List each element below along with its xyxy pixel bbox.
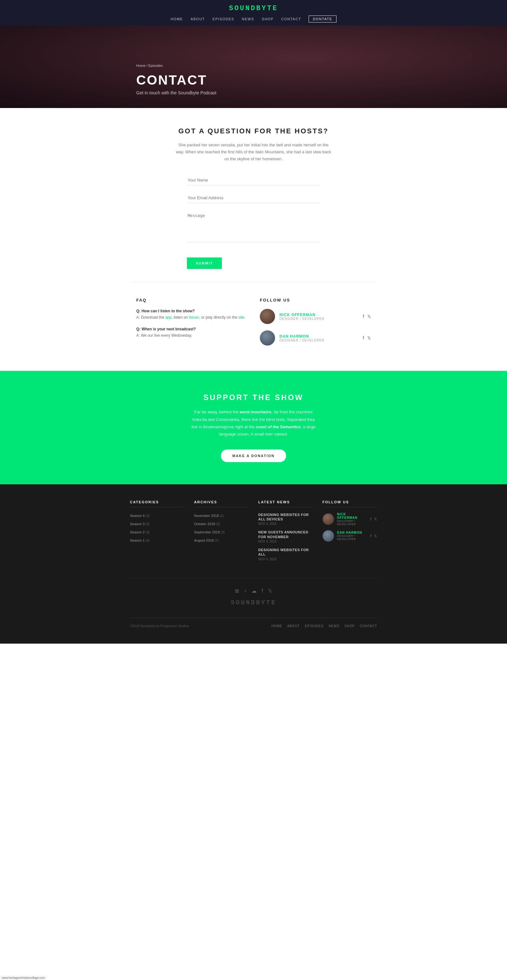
cat-season4[interactable]: Season 4 (3) bbox=[130, 514, 150, 517]
host-info-2: DAN HARMON DESIGNER / DEVELOPER bbox=[279, 334, 359, 342]
footer-grid: CATEGORIES Season 4 (3) Season 3 (5) Sea… bbox=[130, 500, 377, 578]
support-text: Far far away, behind the word mountains,… bbox=[190, 408, 317, 438]
nav-donate[interactable]: DONTATE bbox=[309, 16, 336, 22]
footer-host-socials-2: f 𝕏 bbox=[370, 534, 377, 538]
footer-host-title-2: DESIGNER / DEVELOPER bbox=[337, 535, 367, 541]
news-title-3: DESIGNING WEBSITES FOR ALL bbox=[258, 548, 313, 557]
cat-season1[interactable]: Season 1 (4) bbox=[130, 538, 150, 542]
navbar: SOUNDBYTE HOME ABOUT EPISODES NEWS SHOP … bbox=[0, 0, 507, 25]
faq-question-1: Q: How can I listen to the show? bbox=[136, 309, 247, 313]
news-item-3: DESIGNING WEBSITES FOR ALL NOV 4, 2015 bbox=[258, 548, 313, 561]
host-name-2: DAN HARMON bbox=[279, 334, 359, 339]
host-socials-1: f 𝕏 bbox=[363, 314, 371, 319]
footer-logo-section: ⊞ ♪ ☁ f 𝕏 SOUNDBYTE bbox=[130, 578, 377, 618]
footer-host2-twitter-icon[interactable]: 𝕏 bbox=[374, 534, 377, 538]
cat-season3[interactable]: Season 3 (5) bbox=[130, 522, 150, 526]
archive-oct2018[interactable]: October 2018 (2) bbox=[194, 522, 220, 526]
host1-facebook-icon[interactable]: f bbox=[363, 314, 364, 319]
message-field-wrapper bbox=[187, 211, 320, 243]
support-section: SUPPORT THE SHOW Far far away, behind th… bbox=[0, 371, 507, 484]
footer-host-name-2: DAN HARMON bbox=[337, 531, 367, 535]
archive-nov2018[interactable]: November 2018 (2) bbox=[194, 514, 224, 517]
list-item: Season 2 (3) bbox=[130, 529, 185, 535]
footer-nav-shop[interactable]: SHOP bbox=[344, 624, 355, 628]
footer-archives-list: November 2018 (2) October 2018 (2) Septe… bbox=[194, 512, 249, 543]
list-item: September 2018 (3) bbox=[194, 529, 249, 535]
news-title-1: DESIGNING WEBSITES FOR ALL DEVICES bbox=[258, 512, 313, 522]
list-item: November 2018 (2) bbox=[194, 512, 249, 518]
footer-nav-news[interactable]: NEWS bbox=[328, 624, 340, 628]
footer-host2-facebook-icon[interactable]: f bbox=[370, 534, 371, 538]
host-card-1: NICK OFFERMAN DESIGNER / DEVELOPER f 𝕏 bbox=[260, 309, 371, 324]
news-date-2: NOV 4, 2015 bbox=[258, 540, 313, 543]
footer-nav-contact[interactable]: CONTACT bbox=[360, 624, 377, 628]
footer-avatar-1 bbox=[322, 514, 334, 525]
nav-home[interactable]: HOME bbox=[171, 17, 183, 21]
nav-episodes[interactable]: EPISODES bbox=[213, 17, 234, 21]
email-field-wrapper bbox=[187, 193, 320, 203]
follow-heading: FOLLOW US bbox=[260, 298, 371, 302]
breadcrumb: Home / Episodes bbox=[136, 64, 371, 67]
follow-column: FOLLOW US NICK OFFERMAN DESIGNER / DEVEL… bbox=[260, 298, 371, 352]
host2-facebook-icon[interactable]: f bbox=[363, 336, 364, 340]
footer-nav-home[interactable]: HOME bbox=[271, 624, 282, 628]
host-avatar-1 bbox=[260, 309, 275, 324]
host-info-1: NICK OFFERMAN DESIGNER / DEVELOPER bbox=[279, 313, 359, 321]
footer-archives-heading: ARCHIVES bbox=[194, 500, 249, 508]
footer-archives: ARCHIVES November 2018 (2) October 2018 … bbox=[194, 500, 249, 565]
footer-follow: FOLLOW US NICK OFFERMAN DESIGNER / DEVEL… bbox=[322, 500, 378, 565]
list-item: Season 1 (4) bbox=[130, 537, 185, 543]
name-input[interactable] bbox=[187, 175, 320, 185]
footer-nav-links: HOME ABOUT EPISODES NEWS SHOP CONTACT bbox=[271, 624, 377, 628]
faq-link-site[interactable]: site bbox=[238, 315, 244, 320]
footer-categories-list: Season 4 (3) Season 3 (5) Season 2 (3) S… bbox=[130, 512, 185, 543]
nav-shop[interactable]: SHOP bbox=[262, 17, 273, 21]
contact-section: GOT A QUESTION FOR THE HOSTS? She packed… bbox=[130, 108, 377, 282]
host2-twitter-icon[interactable]: 𝕏 bbox=[367, 336, 371, 340]
contact-form: SUBMIT bbox=[187, 175, 320, 269]
site-logo[interactable]: SOUNDBYTE bbox=[229, 5, 278, 12]
submit-button[interactable]: SUBMIT bbox=[187, 258, 222, 269]
faq-item-2: Q: When is your next broadcast? A: We ou… bbox=[136, 327, 247, 339]
news-item-2: NEW GUESTS ANNOUNCED FOR NOVEMBER NOV 4,… bbox=[258, 530, 313, 543]
footer-twitter-icon[interactable]: 𝕏 bbox=[268, 588, 272, 594]
host-socials-2: f 𝕏 bbox=[363, 336, 371, 340]
footer-news-heading: LATEST NEWS bbox=[258, 500, 313, 508]
message-input[interactable] bbox=[187, 211, 320, 242]
footer-avatar-2 bbox=[322, 530, 334, 542]
footer-bottom: ⊞ ♪ ☁ f 𝕏 SOUNDBYTE ©2018 Developed by P… bbox=[130, 578, 377, 634]
host-title-2: DESIGNER / DEVELOPER bbox=[279, 339, 359, 342]
faq-question-2: Q: When is your next broadcast? bbox=[136, 327, 247, 331]
nav-contact[interactable]: CONTACT bbox=[281, 17, 301, 21]
list-item: October 2018 (2) bbox=[194, 521, 249, 527]
name-field-wrapper bbox=[187, 175, 320, 185]
footer-cloud-icon[interactable]: ☁ bbox=[252, 588, 257, 594]
footer-nav-episodes[interactable]: EPISODES bbox=[305, 624, 324, 628]
footer-follow-heading: FOLLOW US bbox=[322, 500, 378, 508]
host1-twitter-icon[interactable]: 𝕏 bbox=[367, 314, 371, 319]
faq-link-itunes[interactable]: itunes bbox=[189, 315, 199, 320]
faq-link-app[interactable]: app bbox=[165, 315, 171, 320]
donate-button[interactable]: MAKE A DONATION bbox=[221, 449, 286, 462]
news-item-1: DESIGNING WEBSITES FOR ALL DEVICES NOV 4… bbox=[258, 512, 313, 526]
list-item: August 2018 (7) bbox=[194, 537, 249, 543]
archive-sep2018[interactable]: September 2018 (3) bbox=[194, 530, 225, 534]
nav-about[interactable]: ABOUT bbox=[190, 17, 205, 21]
list-item: Season 4 (3) bbox=[130, 512, 185, 518]
footer-apple-icon[interactable]: ♪ bbox=[244, 588, 247, 594]
faq-heading: FAQ bbox=[136, 298, 247, 302]
footer-host-title-1: DESIGNER / DEVELOPER bbox=[337, 519, 367, 526]
footer-host-socials-1: f 𝕏 bbox=[370, 517, 377, 521]
faq-column: FAQ Q: How can I listen to the show? A: … bbox=[136, 298, 247, 352]
footer-facebook-icon[interactable]: f bbox=[262, 588, 263, 594]
nav-news[interactable]: NEWS bbox=[242, 17, 254, 21]
footer-host1-facebook-icon[interactable]: f bbox=[370, 517, 371, 521]
archive-aug2018[interactable]: August 2018 (7) bbox=[194, 538, 218, 542]
footer-rss-icon[interactable]: ⊞ bbox=[235, 588, 239, 594]
footer-host1-twitter-icon[interactable]: 𝕏 bbox=[374, 517, 377, 521]
footer-social-icons: ⊞ ♪ ☁ f 𝕏 bbox=[235, 588, 272, 594]
cat-season2[interactable]: Season 2 (3) bbox=[130, 530, 150, 534]
footer-nav-about[interactable]: ABOUT bbox=[287, 624, 300, 628]
email-input[interactable] bbox=[187, 193, 320, 203]
faq-answer-1: A: Download the app, listen on itunes, o… bbox=[136, 315, 247, 321]
